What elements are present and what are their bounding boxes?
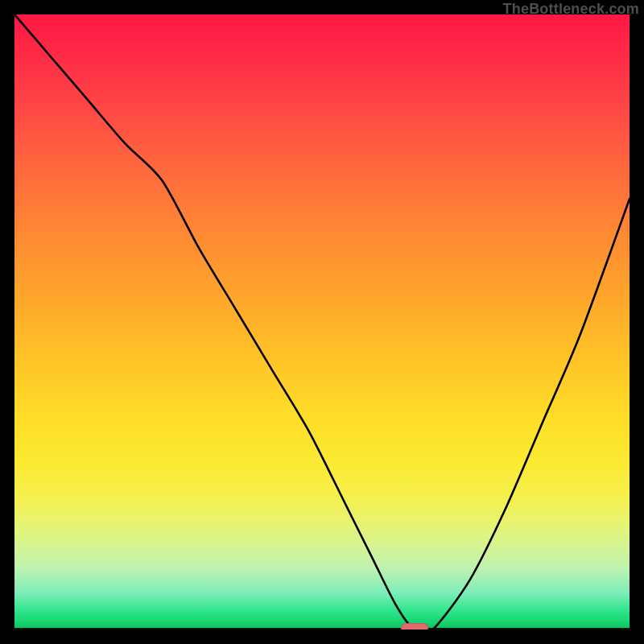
optimal-marker — [401, 623, 428, 630]
watermark-text: TheBottleneck.com — [503, 1, 639, 18]
plot-area — [14, 14, 630, 630]
chart-frame: TheBottleneck.com — [0, 0, 644, 644]
x-axis-rule — [14, 628, 630, 630]
bottleneck-curve — [14, 14, 630, 630]
